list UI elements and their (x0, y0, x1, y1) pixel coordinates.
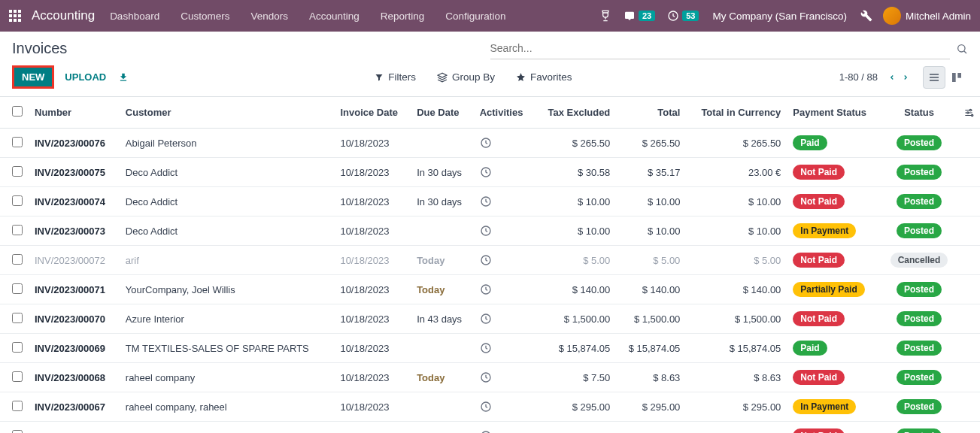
menu-reporting[interactable]: Reporting (381, 11, 425, 22)
row-checkbox[interactable] (12, 137, 23, 147)
cell-total: $ 1,500.00 (616, 304, 686, 334)
debug-icon[interactable] (860, 10, 872, 22)
new-button[interactable]: NEW (12, 65, 54, 89)
svg-rect-7 (14, 19, 17, 22)
cell-customer: Deco Addict (120, 187, 335, 216)
col-invoice-date[interactable]: Invoice Date (334, 97, 411, 129)
table-row[interactable]: INV/2023/00067raheel company, raheel10/1… (0, 392, 980, 422)
table-row[interactable]: INV/2023/00068raheel company10/18/2023To… (0, 363, 980, 392)
col-activities[interactable]: Activities (474, 97, 535, 129)
col-payment-status[interactable]: Payment Status (787, 97, 881, 129)
table-row[interactable]: INV/2023/00075Deco Addict10/18/2023In 30… (0, 158, 980, 187)
messages-icon[interactable]: 23 (623, 10, 655, 22)
upload-button[interactable]: UPLOAD (65, 71, 106, 83)
payment-status-badge: Not Paid (793, 253, 845, 268)
cell-payment-status: Not Paid (787, 363, 881, 392)
row-checkbox[interactable] (12, 313, 23, 323)
table-row[interactable]: INV/2023/00066Deco Addict10/18/2023In 30… (0, 422, 980, 434)
menu-dashboard[interactable]: Dashboard (110, 11, 159, 22)
col-total-currency[interactable]: Total in Currency (686, 97, 787, 129)
search-input[interactable] (490, 38, 951, 59)
cell-activity[interactable] (474, 216, 535, 246)
cell-customer: raheel company, raheel (120, 392, 335, 422)
select-all-checkbox[interactable] (12, 106, 23, 117)
menu-vendors[interactable]: Vendors (250, 11, 288, 22)
col-total[interactable]: Total (616, 97, 686, 129)
cell-status: Posted (881, 187, 957, 216)
col-tax-excluded[interactable]: Tax Excluded (535, 97, 617, 129)
status-badge: Posted (897, 399, 942, 414)
row-checkbox[interactable] (12, 195, 23, 206)
view-toggle (923, 66, 968, 89)
cell-tax-excluded: $ 1,500.00 (535, 304, 617, 334)
apps-icon[interactable] (9, 10, 21, 22)
phone-icon[interactable] (599, 10, 611, 22)
table-row[interactable]: INV/2023/00070Azure Interior10/18/2023In… (0, 304, 980, 334)
favorites-button[interactable]: Favorites (516, 71, 572, 83)
col-status[interactable]: Status (881, 97, 957, 129)
cell-activity[interactable] (474, 275, 535, 304)
row-checkbox[interactable] (12, 430, 23, 434)
cell-activity[interactable] (474, 246, 535, 275)
cell-invoice-date: 10/18/2023 (334, 392, 411, 422)
cell-activity[interactable] (474, 392, 535, 422)
cell-activity[interactable] (474, 158, 535, 187)
download-icon[interactable] (118, 72, 129, 83)
table-row[interactable]: INV/2023/00069TM TEXTILES-SALES OF SPARE… (0, 334, 980, 363)
cell-activity[interactable] (474, 363, 535, 392)
cell-activity[interactable] (474, 304, 535, 334)
cell-tax-excluded: $ 5.00 (535, 246, 617, 275)
cell-total-currency: $ 10.00 (686, 216, 787, 246)
cell-number: INV/2023/00066 (29, 422, 120, 434)
cell-number: INV/2023/00075 (29, 158, 120, 187)
clock-icon (480, 166, 529, 178)
row-checkbox[interactable] (12, 342, 23, 353)
col-customer[interactable]: Customer (120, 97, 335, 129)
list-view-button[interactable] (923, 66, 945, 89)
row-checkbox[interactable] (12, 166, 23, 177)
groupby-button[interactable]: Group By (437, 71, 495, 83)
column-settings[interactable] (957, 97, 980, 129)
control-bar: NEW UPLOAD Filters Group By Favorites 1-… (0, 62, 980, 97)
avatar[interactable] (883, 7, 901, 25)
brand-name[interactable]: Accounting (32, 8, 95, 23)
filters-button[interactable]: Filters (375, 71, 416, 83)
status-badge: Posted (897, 428, 942, 433)
cell-activity[interactable] (474, 334, 535, 363)
row-checkbox[interactable] (12, 371, 23, 382)
cell-activity[interactable] (474, 129, 535, 158)
menu-customers[interactable]: Customers (181, 11, 229, 22)
table-row[interactable]: INV/2023/00074Deco Addict10/18/2023In 30… (0, 187, 980, 216)
cell-due-date: Today (411, 363, 474, 392)
col-number[interactable]: Number (29, 97, 120, 129)
row-checkbox[interactable] (12, 283, 23, 294)
pager-text[interactable]: 1-80 / 88 (839, 71, 878, 83)
row-checkbox[interactable] (12, 401, 23, 411)
cell-status: Posted (881, 422, 957, 434)
activities-icon[interactable]: 53 (667, 10, 699, 22)
table-row[interactable]: INV/2023/00071YourCompany, Joel Willis10… (0, 275, 980, 304)
menu-configuration[interactable]: Configuration (445, 11, 505, 22)
cell-payment-status: Paid (787, 129, 881, 158)
table-row[interactable]: INV/2023/00076Abigail Peterson10/18/2023… (0, 129, 980, 158)
cell-activity[interactable] (474, 422, 535, 434)
top-nav: Accounting Dashboard Customers Vendors A… (0, 0, 980, 32)
payment-status-badge: In Payment (793, 223, 856, 238)
pager-next[interactable] (902, 72, 909, 83)
search-icon[interactable] (956, 43, 968, 55)
cell-total: $ 140.00 (616, 275, 686, 304)
pager-prev[interactable] (888, 72, 896, 83)
table-row[interactable]: INV/2023/00073Deco Addict10/18/2023$ 10.… (0, 216, 980, 246)
cell-activity[interactable] (474, 187, 535, 216)
payment-status-badge: Paid (793, 135, 827, 150)
table-row[interactable]: INV/2023/00072arif10/18/2023Today$ 5.00$… (0, 246, 980, 275)
company-selector[interactable]: My Company (San Francisco) (712, 11, 847, 22)
svg-rect-2 (18, 10, 21, 13)
col-due-date[interactable]: Due Date (411, 97, 474, 129)
cell-invoice-date: 10/18/2023 (334, 216, 411, 246)
menu-accounting[interactable]: Accounting (309, 11, 360, 22)
kanban-view-button[interactable] (945, 66, 968, 89)
row-checkbox[interactable] (12, 254, 23, 265)
username[interactable]: Mitchell Admin (906, 11, 971, 22)
row-checkbox[interactable] (12, 225, 23, 235)
